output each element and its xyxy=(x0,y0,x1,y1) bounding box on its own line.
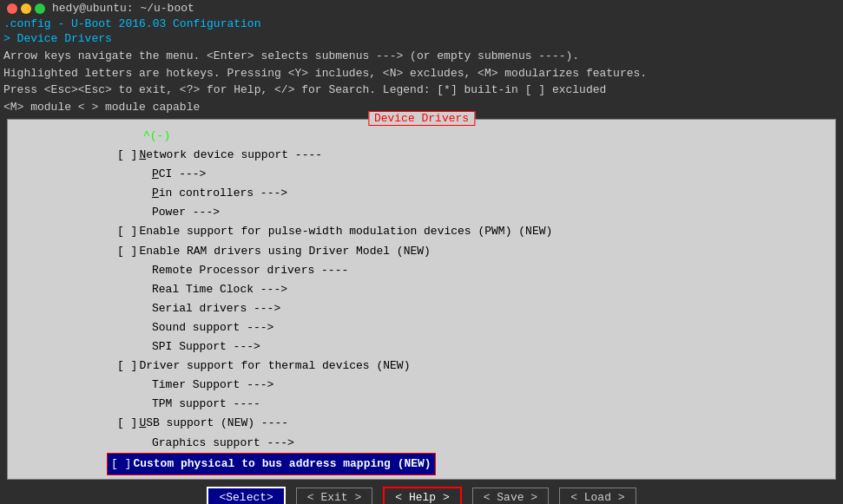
help-line2: Highlighted letters are hotkeys. Pressin… xyxy=(3,65,840,82)
item-label: USB support (NEW) ---- xyxy=(139,414,288,433)
item-label: Driver support for thermal devices (NEW) xyxy=(139,357,410,376)
menu-bar: .config - U-Boot 2016.03 Configuration xyxy=(0,16,843,31)
checkbox: [ ] xyxy=(117,242,137,261)
item-label: Timer Support ---> xyxy=(152,376,273,395)
selected-item[interactable]: [ ] Custom physical to bus address mappi… xyxy=(107,453,436,475)
buttons-row: <Select> < Exit > < Help > < Save > < Lo… xyxy=(0,481,843,504)
list-item[interactable]: [ ] Network device support ---- xyxy=(11,146,832,165)
item-label: TPM support ---- xyxy=(152,395,260,414)
load-button[interactable]: < Load > xyxy=(559,488,636,504)
help-line3: Press <Esc><Esc> to exit, <?> for Help, … xyxy=(3,82,840,99)
window-controls xyxy=(7,3,45,14)
select-button[interactable]: <Select> xyxy=(207,487,285,504)
minimize-button[interactable] xyxy=(21,3,31,14)
item-label: Real Time Clock ---> xyxy=(152,280,287,299)
list-item[interactable]: Remote Processor drivers ---- xyxy=(11,261,832,280)
checkbox: [ ] xyxy=(111,455,131,474)
dialog-title: Device Drivers xyxy=(368,111,475,126)
terminal-window: hedy@ubuntu: ~/u-boot .config - U-Boot 2… xyxy=(0,0,843,504)
checkbox: [ ] xyxy=(117,146,137,165)
list-item[interactable]: [ ] Enable RAM drivers using Driver Mode… xyxy=(11,242,832,261)
dialog-box: Device Drivers ^(-) [ ] Network device s… xyxy=(7,119,836,480)
list-item[interactable]: [ ] USB support (NEW) ---- xyxy=(11,414,832,433)
list-item[interactable]: Sound support ---> xyxy=(11,318,832,337)
help-line1: Arrow keys navigate the menu. <Enter> se… xyxy=(3,48,840,65)
item-label: Serial drivers ---> xyxy=(152,299,280,318)
item-label: Power ---> xyxy=(152,203,220,222)
help-text: Arrow keys navigate the menu. <Enter> se… xyxy=(3,48,840,115)
nav-indicator: ^(-) xyxy=(143,127,170,146)
list-item[interactable]: Serial drivers ---> xyxy=(11,299,832,318)
item-label: Remote Processor drivers ---- xyxy=(152,261,348,280)
item-label: Enable RAM drivers using Driver Model (N… xyxy=(139,242,430,261)
checkbox: [ ] xyxy=(117,414,137,433)
item-label: PCI ---> xyxy=(152,165,206,184)
config-label: .config - U-Boot 2016.03 Configuration xyxy=(3,17,260,30)
breadcrumb: > Device Drivers xyxy=(0,31,843,46)
help-button[interactable]: < Help > xyxy=(383,487,461,504)
checkbox: [ ] xyxy=(117,357,137,376)
item-label: SPI Support ---> xyxy=(152,337,260,357)
exit-button[interactable]: < Exit > xyxy=(296,488,372,504)
content-area: Arrow keys navigate the menu. <Enter> se… xyxy=(0,46,843,481)
item-label: Network device support ---- xyxy=(139,146,322,165)
list-item[interactable]: Real Time Clock ---> xyxy=(11,280,832,299)
close-button[interactable] xyxy=(7,3,17,14)
item-label: Sound support ---> xyxy=(152,318,273,337)
item-label: Custom physical to bus address mapping (… xyxy=(133,455,431,474)
item-label: Pin controllers ---> xyxy=(152,184,287,203)
menu-list[interactable]: ^(-) [ ] Network device support ---- PCI… xyxy=(8,120,835,479)
breadcrumb-label: > Device Drivers xyxy=(3,32,112,45)
list-item[interactable]: Graphics support ---> xyxy=(11,434,832,453)
save-button[interactable]: < Save > xyxy=(472,488,549,504)
item-label: Graphics support ---> xyxy=(152,434,294,453)
window-title: hedy@ubuntu: ~/u-boot xyxy=(52,2,194,15)
list-item[interactable]: Power ---> xyxy=(11,203,832,222)
list-item[interactable]: SPI Support ---> xyxy=(11,337,832,357)
item-label: Enable support for pulse-width modulatio… xyxy=(139,222,552,241)
list-item: ^(-) xyxy=(11,127,832,146)
list-item[interactable]: [ ] Enable support for pulse-width modul… xyxy=(11,222,832,241)
list-item[interactable]: PCI ---> xyxy=(11,165,832,184)
title-bar: hedy@ubuntu: ~/u-boot xyxy=(0,0,843,16)
list-item[interactable]: Timer Support ---> xyxy=(11,376,832,395)
checkbox: [ ] xyxy=(117,222,137,241)
list-item[interactable]: [ ] Driver support for thermal devices (… xyxy=(11,357,832,376)
list-item[interactable]: Pin controllers ---> xyxy=(11,184,832,203)
maximize-button[interactable] xyxy=(35,3,45,14)
list-item[interactable]: TPM support ---- xyxy=(11,395,832,414)
